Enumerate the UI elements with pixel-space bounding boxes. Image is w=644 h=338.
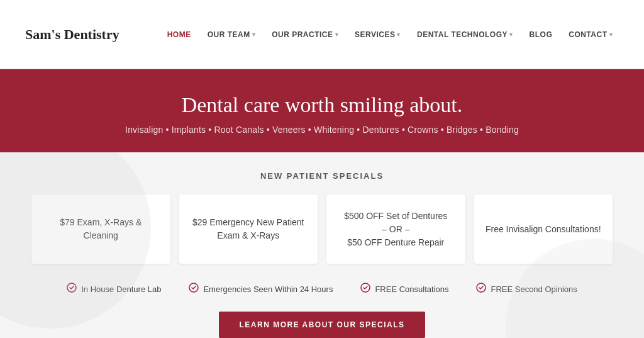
nav-item-blog[interactable]: BLOG (523, 25, 559, 44)
specials-section: NEW PATIENT SPECIALS $79 Exam, X-Rays & … (0, 152, 644, 338)
nav-item-dental-technology[interactable]: DENTAL TECHNOLOGY▾ (411, 25, 519, 44)
specials-title: NEW PATIENT SPECIALS (31, 171, 613, 181)
nav-item-home[interactable]: HOME (161, 25, 197, 44)
chevron-down-icon: ▾ (397, 31, 401, 38)
check-circle-icon (189, 283, 199, 295)
feature-item-2: Emergencies Seen Within 24 Hours (175, 279, 347, 299)
feature-item-4: FREE Second Opinions (462, 279, 591, 299)
hero-title: Dental care worth smiling about. (13, 93, 631, 117)
check-circle-icon (360, 283, 370, 295)
special-card-4: Free Invisalign Consultations! (474, 194, 613, 264)
specials-cards: $79 Exam, X-Rays & Cleaning$29 Emergency… (31, 194, 613, 264)
hero-subtitle: Invisalign • Implants • Root Canals • Ve… (13, 125, 631, 135)
feature-label: In House Denture Lab (81, 284, 161, 294)
feature-label: FREE Second Opinions (491, 284, 577, 294)
feature-item-3: FREE Consultations (347, 279, 462, 299)
nav-item-services[interactable]: SERVICES▾ (348, 25, 407, 44)
site-header: Sam's Dentistry HOMEOUR TEAM▾OUR PRACTIC… (0, 0, 644, 69)
hero-banner: Dental care worth smiling about. Invisal… (0, 69, 644, 152)
special-card-3: $500 OFF Set of Dentures – OR – $50 OFF … (326, 194, 465, 264)
chevron-down-icon: ▾ (252, 31, 256, 38)
cta-wrap: LEARN MORE ABOUT OUR SPECIALS (31, 312, 613, 338)
cta-button[interactable]: LEARN MORE ABOUT OUR SPECIALS (219, 312, 425, 338)
main-nav: HOMEOUR TEAM▾OUR PRACTICE▾SERVICES▾DENTA… (161, 25, 619, 44)
check-circle-icon (476, 283, 486, 295)
nav-item-our-team[interactable]: OUR TEAM▾ (201, 25, 262, 44)
chevron-down-icon: ▾ (509, 31, 513, 38)
nav-item-our-practice[interactable]: OUR PRACTICE▾ (265, 25, 345, 44)
check-circle-icon (67, 283, 77, 295)
chevron-down-icon: ▾ (609, 31, 613, 38)
feature-label: FREE Consultations (375, 284, 448, 294)
nav-item-contact[interactable]: CONTACT▾ (562, 25, 619, 44)
features-row: In House Denture LabEmergencies Seen Wit… (31, 279, 613, 299)
site-logo[interactable]: Sam's Dentistry (25, 26, 119, 43)
feature-label: Emergencies Seen Within 24 Hours (203, 284, 333, 294)
special-card-1: $79 Exam, X-Rays & Cleaning (31, 194, 170, 264)
special-card-2: $29 Emergency New Patient Exam & X-Rays (179, 194, 318, 264)
feature-item-1: In House Denture Lab (53, 279, 175, 299)
chevron-down-icon: ▾ (335, 31, 339, 38)
